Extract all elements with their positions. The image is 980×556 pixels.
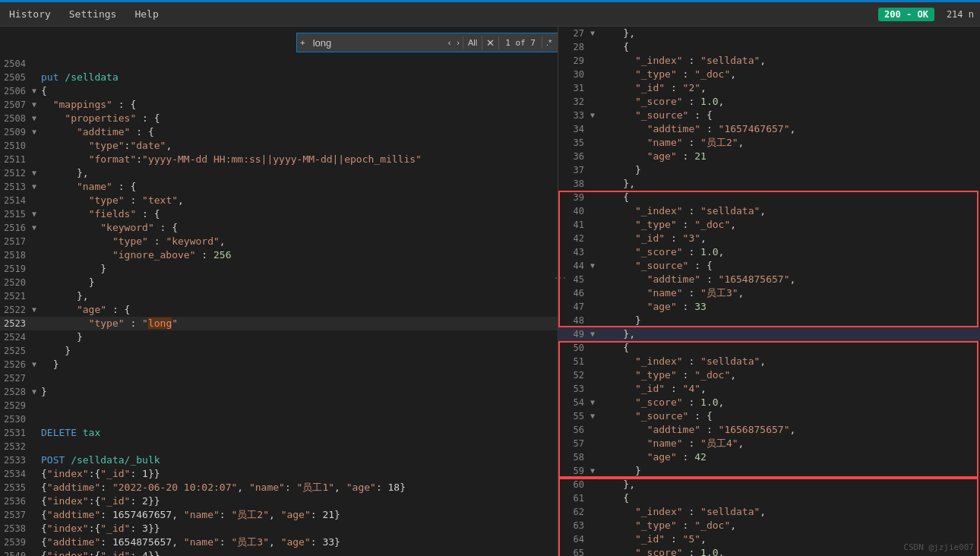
table-row: 48 } [558, 314, 980, 327]
table-row: 2518 "ignore_above" : 256 [0, 248, 558, 262]
table-row: 41 "_type" : "_doc", [558, 218, 980, 232]
search-case-button[interactable]: .* [542, 36, 555, 49]
table-row: 59▼ } [558, 464, 980, 478]
search-prev-button[interactable]: ‹ [445, 36, 454, 49]
table-row: 62 "_index" : "selldata", [558, 505, 980, 519]
table-row: 63 "_type" : "_doc", [558, 519, 980, 532]
table-row: 2539 {"addtime": 1654875657, "name": "员工… [0, 535, 558, 549]
table-row: 42 "_id" : "3", [558, 232, 980, 245]
table-row: 27▼ }, [558, 27, 980, 40]
status-badge: 200 - OK [878, 8, 934, 21]
resize-dots-icon: ⋮ [553, 272, 567, 284]
table-row: 2520 } [0, 276, 558, 289]
table-row: 2534 {"index":{"_id": 1}} [0, 467, 558, 481]
table-row: 34 "addtime" : "1657467657", [558, 122, 980, 136]
main-content: + ‹ › All ✕ 1 of 7 .* Aa \b S 2504 [0, 27, 980, 556]
table-row: 2517 "type" : "keyword", [0, 235, 558, 248]
table-row: 28 { [558, 40, 980, 54]
search-input[interactable] [308, 36, 445, 50]
table-row: 37 } [558, 163, 980, 177]
left-panel: + ‹ › All ✕ 1 of 7 .* Aa \b S 2504 [0, 27, 558, 556]
table-row: 2507▼ "mappings" : { [0, 98, 558, 112]
left-editor: 2504 2505 put /selldata 2506▼ { 2507▼ "m… [0, 27, 558, 556]
table-row: 54▼ "_score" : 1.0, [558, 396, 980, 409]
table-row: 2505 put /selldata [0, 71, 558, 84]
menu-help[interactable]: Help [131, 5, 161, 23]
table-row: 56 "addtime" : "1656875657", [558, 423, 980, 437]
table-row: 39 { [558, 191, 980, 204]
table-row: 2528▼ } [0, 385, 558, 399]
table-row: 30 "_type" : "_doc", [558, 68, 980, 81]
top-bar: History Settings Help 200 - OK 214 n [0, 2, 980, 27]
table-row: 2516▼ "keyword" : { [0, 221, 558, 235]
table-row: 2509▼ "addtime" : { [0, 125, 558, 139]
table-row: 35 "name" : "员工2", [558, 136, 980, 150]
table-row: 38 }, [558, 177, 980, 191]
table-row: 2527 [0, 371, 558, 385]
table-row: 2538 {"index":{"_id": 3}} [0, 522, 558, 535]
table-row: 2535 {"addtime": "2022-06-20 10:02:07", … [0, 481, 558, 494]
watermark: CSDN @jzjie007 [903, 542, 974, 552]
table-row: 43 "_score" : 1.0, [558, 245, 980, 259]
table-row: 2514 "type" : "text", [0, 194, 558, 207]
table-row: 31 "_id" : "2", [558, 81, 980, 95]
search-close-button[interactable]: ✕ [482, 36, 498, 50]
search-all-button[interactable]: All [463, 36, 482, 49]
table-row: 46 "name" : "员工3", [558, 286, 980, 300]
table-row: 36 "age" : 21 [558, 150, 980, 163]
table-row: 2515▼ "fields" : { [0, 207, 558, 221]
table-row: 2525 } [0, 344, 558, 358]
table-row: 58 "age" : 42 [558, 450, 980, 464]
menu-history[interactable]: History [6, 5, 54, 23]
table-row: 2536 {"index":{"_id": 2}} [0, 494, 558, 508]
table-row: 2512▼ }, [0, 166, 558, 180]
table-row: 57 "name" : "员工4", [558, 437, 980, 450]
table-row: 2537 {"addtime": 1657467657, "name": "员工… [0, 508, 558, 522]
table-row: 2532 [0, 440, 558, 453]
resize-handle[interactable]: ⋮ [558, 0, 562, 556]
table-row: 55▼ "_source" : { [558, 409, 980, 423]
table-row: 29 "_index" : "selldata", [558, 54, 980, 68]
table-row: 2508▼ "properties" : { [0, 112, 558, 125]
table-row: 32 "_score" : 1.0, [558, 95, 980, 109]
table-row: 2524 } [0, 330, 558, 344]
right-editor: 27▼ }, 28 { 29 "_index" : "selldata", 30… [558, 27, 980, 556]
search-next-button[interactable]: › [454, 36, 463, 49]
table-row: 50 { [558, 341, 980, 355]
table-row: 2511 "format":"yyyy-MM-dd HH:mm:ss||yyyy… [0, 153, 558, 166]
table-row: 2540 {"index":{"_id": 4}} [0, 549, 558, 556]
table-row: 45 "addtime" : "1654875657", [558, 273, 980, 286]
table-row: 52 "_type" : "_doc", [558, 368, 980, 382]
table-row: 33▼ "_source" : { [558, 109, 980, 122]
search-bar: + ‹ › All ✕ 1 of 7 .* Aa \b S [296, 33, 558, 52]
table-row: 2526▼ } [0, 358, 558, 371]
table-row: 2530 [0, 412, 558, 426]
table-row: 2513▼ "name" : { [0, 180, 558, 194]
table-row: 49▼ }, [558, 327, 980, 341]
table-row: 2522▼ "age" : { [0, 303, 558, 317]
table-row: 51 "_index" : "selldata", [558, 355, 980, 368]
table-row: 2531 DELETE tax [0, 426, 558, 440]
table-row: 2529 [0, 399, 558, 412]
line-count: 214 n [947, 9, 974, 20]
table-row: 2533 POST /selldata/_bulk [0, 453, 558, 467]
right-panel: 27▼ }, 28 { 29 "_index" : "selldata", 30… [558, 27, 980, 556]
table-row: 44▼ "_source" : { [558, 259, 980, 273]
menu-bar: History Settings Help [6, 5, 866, 23]
table-row: 47 "age" : 33 [558, 300, 980, 314]
table-row: 2519 } [0, 262, 558, 276]
table-row: 61 { [558, 491, 980, 505]
table-row: 60 }, [558, 478, 980, 491]
search-plus-icon: + [297, 38, 308, 48]
table-row: 53 "_id" : "4", [558, 382, 980, 396]
table-row: 2504 [0, 57, 558, 71]
search-result-count: 1 of 7 [498, 36, 542, 49]
table-row: 2506▼ { [0, 84, 558, 98]
table-row: 2521 }, [0, 289, 558, 303]
search-options: .* Aa \b S [542, 36, 558, 49]
table-row: 2510 "type":"date", [0, 139, 558, 153]
menu-settings[interactable]: Settings [66, 5, 120, 23]
table-row: 2523 "type" : "long" [0, 317, 558, 330]
table-row: 40 "_index" : "selldata", [558, 204, 980, 218]
